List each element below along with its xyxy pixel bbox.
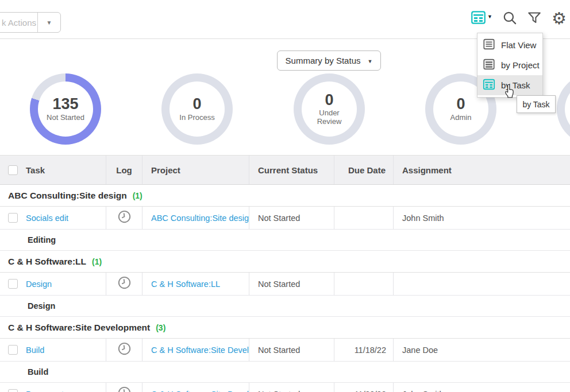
by-task-icon bbox=[483, 78, 495, 93]
table-row: Design C & H Software:LL Not Started bbox=[0, 273, 570, 296]
row-checkbox[interactable] bbox=[8, 213, 18, 223]
summary-by-status-select[interactable]: Summary by Status ▼ bbox=[277, 51, 381, 71]
task-link[interactable]: Socials edit bbox=[26, 214, 68, 223]
donut-label: In Process bbox=[179, 114, 214, 122]
assignee-value: John Smith bbox=[402, 214, 444, 223]
task-link[interactable]: Documents bbox=[26, 390, 68, 392]
donut-ring: 135 Not Started bbox=[30, 73, 101, 145]
donut-label: Admin bbox=[450, 114, 472, 122]
tasklist-name: Design bbox=[28, 301, 55, 311]
table-row: Build C & H Software:Site Development No… bbox=[0, 339, 570, 362]
select-all-checkbox[interactable] bbox=[8, 165, 18, 175]
by-task-tooltip: by Task bbox=[517, 95, 556, 113]
column-header-project[interactable]: Project bbox=[151, 165, 180, 175]
menu-item-label: by Project bbox=[501, 60, 540, 70]
menu-item-flat-view[interactable]: Flat View bbox=[477, 35, 542, 55]
assignee-value: John Smith bbox=[402, 390, 444, 392]
project-link[interactable]: ABC Consulting:Site design bbox=[151, 214, 249, 223]
task-view-screen: k Actions ▼ ▼ bbox=[0, 0, 570, 392]
log-time-icon[interactable] bbox=[117, 275, 132, 292]
chevron-down-icon: ▼ bbox=[487, 14, 492, 20]
log-time-icon[interactable] bbox=[117, 209, 132, 226]
column-header-log[interactable]: Log bbox=[116, 165, 132, 175]
gear-icon: ⚙ bbox=[552, 10, 567, 27]
group-count: (1) bbox=[133, 191, 142, 200]
donut-count: 135 bbox=[52, 96, 78, 112]
donut-count: 0 bbox=[456, 96, 465, 112]
group-header: C & H Software:LL (1) bbox=[0, 251, 570, 273]
donut-ring: 0 In Process bbox=[161, 73, 233, 145]
column-header-task[interactable]: Task bbox=[26, 165, 45, 175]
donut-under-review: 0 Under Review bbox=[294, 73, 365, 145]
search-button[interactable] bbox=[502, 10, 517, 28]
row-checkbox[interactable] bbox=[8, 345, 18, 355]
settings-button[interactable]: ⚙ bbox=[552, 10, 567, 27]
column-header-due-date[interactable]: Due Date bbox=[348, 165, 386, 175]
column-header-assignment[interactable]: Assignment bbox=[402, 165, 452, 175]
donut-in-process: 0 In Process bbox=[161, 73, 233, 145]
donut-label: Not Started bbox=[47, 114, 84, 122]
group-header: C & H Software:Site Development (3) bbox=[0, 317, 570, 339]
due-date-value: 11/30/22 bbox=[355, 390, 386, 392]
row-checkbox[interactable] bbox=[8, 389, 18, 392]
chevron-down-icon: ▼ bbox=[367, 59, 372, 64]
task-link[interactable]: Design bbox=[26, 280, 52, 289]
group-name: ABC Consulting:Site design bbox=[8, 191, 127, 201]
project-link[interactable]: C & H Software:Site Development bbox=[151, 346, 249, 355]
search-icon bbox=[502, 10, 517, 28]
table-row: Documents C & H Software:Site Developmen… bbox=[0, 383, 570, 392]
donut-not-started: 135 Not Started bbox=[30, 73, 101, 145]
assignee-value: Jane Doe bbox=[402, 346, 438, 355]
column-header-current-status[interactable]: Current Status bbox=[258, 165, 318, 175]
log-time-icon[interactable] bbox=[117, 386, 132, 392]
hand-cursor-icon bbox=[503, 84, 515, 100]
menu-item-by-project[interactable]: by Project bbox=[477, 55, 542, 75]
donut-partial bbox=[557, 73, 570, 145]
table-row: Socials edit ABC Consulting:Site design … bbox=[0, 207, 570, 230]
task-actions-button[interactable]: k Actions ▼ bbox=[0, 12, 61, 33]
tasklist-row: Editing bbox=[0, 230, 570, 251]
group-header: ABC Consulting:Site design (1) bbox=[0, 185, 570, 207]
task-actions-caret[interactable]: ▼ bbox=[37, 13, 60, 32]
status-value: Not Started bbox=[258, 214, 300, 223]
row-checkbox[interactable] bbox=[8, 279, 18, 289]
group-name: C & H Software:Site Development bbox=[8, 323, 150, 333]
status-value: Not Started bbox=[258, 346, 300, 355]
flat-view-icon bbox=[483, 38, 495, 53]
group-count: (3) bbox=[156, 323, 165, 332]
donut-ring: 0 Under Review bbox=[294, 73, 365, 145]
task-actions-label: k Actions bbox=[2, 18, 36, 28]
tasklist-row: Design bbox=[0, 296, 570, 317]
tooltip-text: by Task bbox=[522, 100, 549, 109]
menu-item-label: Flat View bbox=[501, 40, 536, 50]
project-link[interactable]: C & H Software:LL bbox=[151, 280, 220, 289]
project-link[interactable]: C & H Software:Site Development bbox=[151, 390, 249, 392]
tasklist-row: Build bbox=[0, 362, 570, 383]
grid-view-icon bbox=[471, 10, 486, 28]
by-project-icon bbox=[483, 58, 495, 73]
table-header-row: Task Log Project Current Status Due Date… bbox=[0, 155, 570, 185]
filter-button[interactable] bbox=[527, 10, 542, 28]
task-table: Task Log Project Current Status Due Date… bbox=[0, 155, 570, 392]
donut-label: Under Review bbox=[312, 109, 346, 126]
donut-ring bbox=[557, 73, 570, 145]
due-date-value: 11/18/22 bbox=[355, 346, 386, 355]
donut-count: 0 bbox=[192, 96, 201, 112]
status-value: Not Started bbox=[258, 390, 300, 392]
group-count: (1) bbox=[92, 257, 102, 266]
status-value: Not Started bbox=[258, 280, 300, 289]
group-name: C & H Software:LL bbox=[8, 257, 86, 267]
filter-icon bbox=[527, 10, 542, 28]
task-link[interactable]: Build bbox=[26, 346, 44, 355]
tasklist-name: Editing bbox=[28, 235, 56, 244]
view-switcher-button[interactable]: ▼ bbox=[471, 10, 492, 28]
summary-select-label: Summary by Status bbox=[286, 56, 361, 65]
donut-count: 0 bbox=[325, 92, 333, 108]
log-time-icon[interactable] bbox=[117, 341, 132, 358]
tasklist-name: Build bbox=[28, 367, 48, 377]
